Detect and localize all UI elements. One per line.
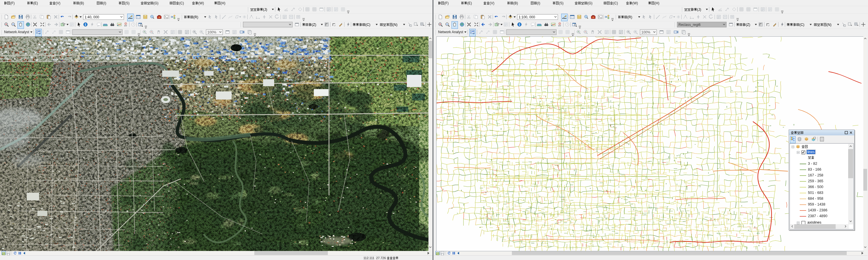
svg-text:XY: XY xyxy=(558,25,561,27)
svg-text:XY: XY xyxy=(124,25,127,27)
